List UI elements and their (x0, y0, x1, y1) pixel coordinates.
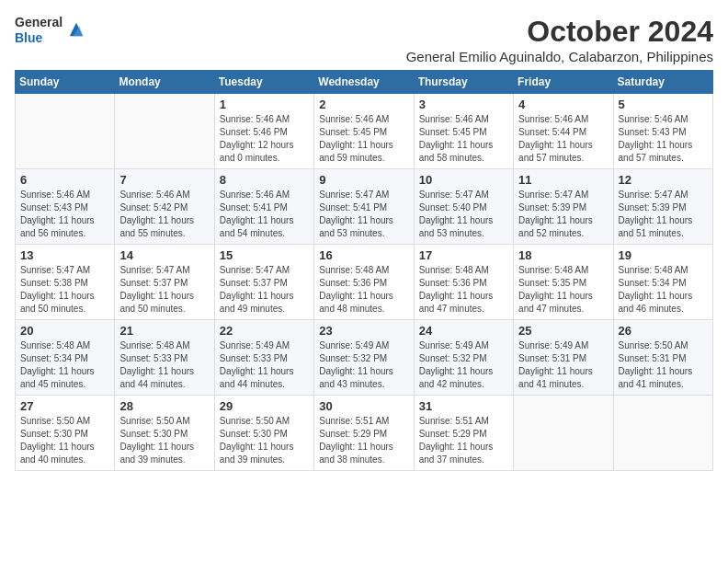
day-number: 10 (419, 173, 508, 187)
header: General Blue October 2024 General Emilio… (15, 15, 713, 64)
calendar-cell: 7Sunrise: 5:46 AMSunset: 5:42 PMDaylight… (115, 169, 214, 245)
logo: General Blue (15, 15, 85, 46)
calendar-cell (115, 94, 214, 169)
header-saturday: Saturday (613, 71, 712, 94)
day-info: Sunrise: 5:47 AMSunset: 5:37 PMDaylight:… (119, 264, 209, 316)
day-number: 9 (319, 173, 408, 187)
logo-blue: Blue (15, 30, 63, 46)
day-number: 19 (619, 248, 708, 262)
calendar-cell: 14Sunrise: 5:47 AMSunset: 5:37 PMDayligh… (115, 245, 214, 320)
logo-text: General Blue (15, 15, 63, 46)
day-info: Sunrise: 5:49 AMSunset: 5:33 PMDaylight:… (220, 339, 309, 391)
week-row-1: 6Sunrise: 5:46 AMSunset: 5:43 PMDaylight… (16, 169, 713, 245)
day-number: 12 (619, 173, 708, 187)
calendar-table: Sunday Monday Tuesday Wednesday Thursday… (15, 70, 713, 471)
day-info: Sunrise: 5:51 AMSunset: 5:29 PMDaylight:… (419, 415, 508, 466)
day-info: Sunrise: 5:46 AMSunset: 5:45 PMDaylight:… (319, 113, 408, 165)
day-info: Sunrise: 5:47 AMSunset: 5:38 PMDaylight:… (20, 264, 109, 316)
day-number: 16 (319, 248, 408, 262)
day-number: 18 (518, 248, 608, 262)
day-info: Sunrise: 5:47 AMSunset: 5:37 PMDaylight:… (220, 264, 309, 316)
day-info: Sunrise: 5:51 AMSunset: 5:29 PMDaylight:… (319, 415, 408, 466)
calendar-cell: 11Sunrise: 5:47 AMSunset: 5:39 PMDayligh… (514, 169, 613, 245)
day-number: 17 (419, 248, 508, 262)
calendar-cell: 4Sunrise: 5:46 AMSunset: 5:44 PMDaylight… (514, 94, 613, 169)
day-number: 23 (319, 324, 408, 338)
day-info: Sunrise: 5:50 AMSunset: 5:30 PMDaylight:… (119, 415, 209, 466)
day-number: 30 (319, 399, 408, 413)
calendar-cell (613, 396, 712, 471)
day-number: 2 (319, 98, 408, 111)
calendar-cell: 8Sunrise: 5:46 AMSunset: 5:41 PMDaylight… (214, 169, 313, 245)
week-row-3: 20Sunrise: 5:48 AMSunset: 5:34 PMDayligh… (16, 320, 713, 396)
day-number: 25 (518, 324, 608, 338)
day-number: 1 (220, 98, 309, 111)
day-number: 26 (619, 324, 708, 338)
calendar-cell: 21Sunrise: 5:48 AMSunset: 5:33 PMDayligh… (115, 320, 214, 396)
day-info: Sunrise: 5:49 AMSunset: 5:32 PMDaylight:… (319, 339, 408, 391)
calendar-cell: 9Sunrise: 5:47 AMSunset: 5:41 PMDaylight… (314, 169, 414, 245)
calendar-cell (514, 396, 613, 471)
day-number: 21 (119, 324, 209, 338)
calendar-cell: 29Sunrise: 5:50 AMSunset: 5:30 PMDayligh… (214, 396, 313, 471)
day-info: Sunrise: 5:48 AMSunset: 5:34 PMDaylight:… (20, 339, 109, 391)
day-info: Sunrise: 5:46 AMSunset: 5:44 PMDaylight:… (518, 113, 608, 165)
weekday-header-row: Sunday Monday Tuesday Wednesday Thursday… (16, 71, 713, 94)
calendar-cell: 31Sunrise: 5:51 AMSunset: 5:29 PMDayligh… (414, 396, 513, 471)
calendar-cell: 24Sunrise: 5:49 AMSunset: 5:32 PMDayligh… (414, 320, 513, 396)
day-info: Sunrise: 5:46 AMSunset: 5:42 PMDaylight:… (119, 189, 209, 240)
header-thursday: Thursday (414, 71, 513, 94)
day-number: 13 (20, 248, 109, 262)
day-number: 22 (220, 324, 309, 338)
day-info: Sunrise: 5:50 AMSunset: 5:31 PMDaylight:… (619, 339, 708, 391)
calendar-cell: 23Sunrise: 5:49 AMSunset: 5:32 PMDayligh… (314, 320, 414, 396)
calendar-cell: 20Sunrise: 5:48 AMSunset: 5:34 PMDayligh… (16, 320, 115, 396)
day-info: Sunrise: 5:46 AMSunset: 5:45 PMDaylight:… (419, 113, 508, 165)
calendar-cell: 1Sunrise: 5:46 AMSunset: 5:46 PMDaylight… (214, 94, 313, 169)
week-row-4: 27Sunrise: 5:50 AMSunset: 5:30 PMDayligh… (16, 396, 713, 471)
calendar-cell: 25Sunrise: 5:49 AMSunset: 5:31 PMDayligh… (514, 320, 613, 396)
day-info: Sunrise: 5:48 AMSunset: 5:33 PMDaylight:… (119, 339, 209, 391)
calendar-cell: 18Sunrise: 5:48 AMSunset: 5:35 PMDayligh… (514, 245, 613, 320)
header-friday: Friday (514, 71, 613, 94)
day-number: 7 (119, 173, 209, 187)
day-info: Sunrise: 5:48 AMSunset: 5:36 PMDaylight:… (419, 264, 508, 316)
day-number: 5 (619, 98, 708, 111)
day-number: 24 (419, 324, 508, 338)
day-info: Sunrise: 5:50 AMSunset: 5:30 PMDaylight:… (20, 415, 109, 466)
day-info: Sunrise: 5:49 AMSunset: 5:32 PMDaylight:… (419, 339, 508, 391)
day-number: 31 (419, 399, 508, 413)
calendar-cell: 12Sunrise: 5:47 AMSunset: 5:39 PMDayligh… (613, 169, 712, 245)
day-info: Sunrise: 5:49 AMSunset: 5:31 PMDaylight:… (518, 339, 608, 391)
day-info: Sunrise: 5:46 AMSunset: 5:41 PMDaylight:… (220, 189, 309, 240)
calendar-cell: 5Sunrise: 5:46 AMSunset: 5:43 PMDaylight… (613, 94, 712, 169)
subtitle: General Emilio Aguinaldo, Calabarzon, Ph… (406, 49, 713, 64)
logo-general: General (15, 15, 63, 30)
week-row-0: 1Sunrise: 5:46 AMSunset: 5:46 PMDaylight… (16, 94, 713, 169)
calendar-cell: 17Sunrise: 5:48 AMSunset: 5:36 PMDayligh… (414, 245, 513, 320)
month-title: October 2024 (406, 15, 713, 49)
day-info: Sunrise: 5:47 AMSunset: 5:41 PMDaylight:… (319, 189, 408, 240)
calendar-cell: 30Sunrise: 5:51 AMSunset: 5:29 PMDayligh… (314, 396, 414, 471)
calendar-cell: 10Sunrise: 5:47 AMSunset: 5:40 PMDayligh… (414, 169, 513, 245)
day-info: Sunrise: 5:50 AMSunset: 5:30 PMDaylight:… (220, 415, 309, 466)
page-container: General Blue October 2024 General Emilio… (15, 15, 713, 471)
calendar-cell: 2Sunrise: 5:46 AMSunset: 5:45 PMDaylight… (314, 94, 414, 169)
day-number: 27 (20, 399, 109, 413)
calendar-cell: 26Sunrise: 5:50 AMSunset: 5:31 PMDayligh… (613, 320, 712, 396)
header-monday: Monday (115, 71, 214, 94)
day-info: Sunrise: 5:48 AMSunset: 5:36 PMDaylight:… (319, 264, 408, 316)
logo-icon (68, 21, 85, 38)
day-info: Sunrise: 5:48 AMSunset: 5:35 PMDaylight:… (518, 264, 608, 316)
title-block: October 2024 General Emilio Aguinaldo, C… (406, 15, 713, 64)
day-number: 8 (220, 173, 309, 187)
calendar-cell: 3Sunrise: 5:46 AMSunset: 5:45 PMDaylight… (414, 94, 513, 169)
day-number: 14 (119, 248, 209, 262)
calendar-cell: 6Sunrise: 5:46 AMSunset: 5:43 PMDaylight… (16, 169, 115, 245)
day-number: 20 (20, 324, 109, 338)
calendar-cell: 28Sunrise: 5:50 AMSunset: 5:30 PMDayligh… (115, 396, 214, 471)
calendar-cell: 13Sunrise: 5:47 AMSunset: 5:38 PMDayligh… (16, 245, 115, 320)
week-row-2: 13Sunrise: 5:47 AMSunset: 5:38 PMDayligh… (16, 245, 713, 320)
day-number: 4 (518, 98, 608, 111)
day-number: 11 (518, 173, 608, 187)
